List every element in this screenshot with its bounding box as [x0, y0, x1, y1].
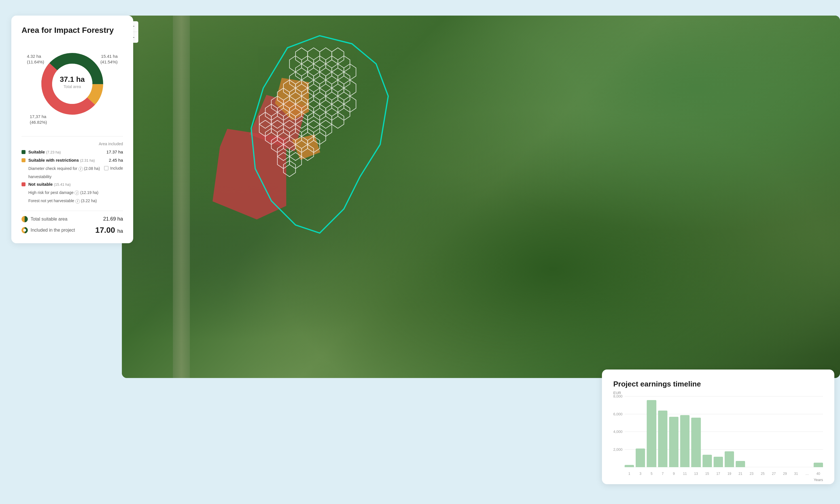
- svg-marker-29: [338, 72, 350, 88]
- x-label-21: 21: [736, 472, 745, 476]
- svg-marker-19: [338, 56, 350, 72]
- pest-damage-item: High risk for pest damage i (12.19 ha): [28, 190, 123, 196]
- svg-marker-39: [314, 88, 326, 104]
- bar-1: [624, 465, 634, 467]
- x-label-40: 40: [813, 472, 823, 476]
- map-container[interactable]: + −: [122, 16, 840, 378]
- bar-17: [714, 457, 723, 467]
- grid-label-6000: 6,000: [613, 412, 623, 416]
- svg-marker-17: [314, 56, 326, 72]
- svg-marker-60: [308, 112, 320, 128]
- svg-marker-28: [326, 72, 338, 88]
- svg-marker-21: [308, 64, 320, 80]
- svg-marker-22: [320, 64, 332, 80]
- x-label-11: 11: [680, 472, 689, 476]
- diameter-check-text: Diameter check required for i (2.08 ha): [28, 166, 101, 172]
- svg-marker-53: [314, 104, 326, 120]
- svg-marker-61: [320, 112, 332, 128]
- bar-15: [703, 455, 712, 467]
- svg-marker-16: [302, 56, 314, 72]
- total-suitable-left: Total suitable area: [21, 216, 67, 222]
- svg-point-4: [52, 64, 92, 104]
- x-label-15: 15: [703, 472, 712, 476]
- x-label-25: 25: [758, 472, 768, 476]
- chart-area: EUR 8,000 6,000 4,000 2,000 Years 135791…: [613, 396, 823, 476]
- total-suitable-row: Total suitable area 21.69 ha: [21, 216, 123, 222]
- svg-marker-32: [308, 80, 320, 96]
- svg-marker-55: [338, 104, 350, 120]
- svg-marker-18: [326, 56, 338, 72]
- included-value: 17.00 ha: [95, 226, 123, 235]
- svg-marker-45: [308, 96, 320, 112]
- restrictions-value: 2.45 ha: [109, 158, 123, 163]
- earnings-title: Project earnings timeline: [613, 380, 823, 389]
- x-label-7: 7: [658, 472, 667, 476]
- x-label-9: 9: [669, 472, 679, 476]
- not-suitable-text: Not suitable (15.41 ha): [28, 182, 120, 186]
- panel-footer: Total suitable area 21.69 ha Included in…: [21, 211, 123, 235]
- checkbox-box[interactable]: [104, 166, 108, 170]
- included-icon: [21, 227, 28, 233]
- diameter-check-item: Diameter check required for i (2.08 ha) …: [28, 166, 123, 172]
- pest-damage-text: High risk for pest damage i (12.19 ha): [28, 190, 123, 196]
- bar-3: [636, 449, 645, 467]
- grid-label-8000: 8,000: [613, 394, 623, 398]
- harvestable-info-icon[interactable]: i: [75, 199, 80, 203]
- svg-marker-46: [320, 96, 332, 112]
- pest-info-icon[interactable]: i: [74, 191, 79, 195]
- harvestability-label: harvestability: [28, 175, 123, 179]
- svg-marker-24: [344, 64, 356, 80]
- include-checkbox[interactable]: Include: [104, 166, 123, 170]
- svg-marker-67: [308, 120, 320, 137]
- restrictions-dot: [21, 158, 25, 162]
- suitable-dot: [21, 150, 25, 154]
- bars-container: [624, 396, 823, 467]
- total-suitable-icon: [21, 216, 28, 222]
- grid-label-4000: 4,000: [613, 430, 623, 434]
- legend-item-restrictions: Suitable with restrictions (2.31 ha) 2.4…: [21, 158, 123, 163]
- include-label: Include: [110, 166, 123, 170]
- x-label-1: 1: [624, 472, 634, 476]
- suitable-text: Suitable (7.23 ha): [28, 149, 104, 154]
- x-axis: Years 135791113151719212325272931…40: [624, 472, 823, 476]
- bar-19: [725, 451, 734, 467]
- map-background: [122, 16, 840, 378]
- svg-text:Total area: Total area: [64, 84, 81, 89]
- panel-title: Area for Impact Forestry: [21, 26, 123, 35]
- legend-header: Area included: [21, 142, 123, 146]
- diameter-info-icon[interactable]: i: [79, 167, 83, 171]
- svg-marker-62: [332, 112, 344, 128]
- not-harvestable-text: Forest not yet harvestable i (3.22 ha): [28, 198, 123, 204]
- total-suitable-value: 21.69 ha: [103, 216, 123, 222]
- included-row: Included in the project 17.00 ha: [21, 226, 123, 235]
- svg-marker-12: [308, 48, 320, 64]
- x-label-23: 23: [747, 472, 756, 476]
- donut-chart-container: 4.32 ha (11.64%) 15.41 ha(41.54%) 17,37 …: [21, 43, 123, 130]
- svg-marker-34: [332, 80, 344, 96]
- x-axis-years-label: Years: [813, 478, 823, 482]
- bar-7: [658, 411, 667, 467]
- x-label-29: 29: [780, 472, 790, 476]
- bar-13: [691, 418, 701, 467]
- bar-5: [647, 400, 656, 467]
- x-label-5: 5: [647, 472, 656, 476]
- x-label-27: 27: [769, 472, 778, 476]
- bar-40: [813, 463, 823, 467]
- svg-marker-27: [314, 72, 326, 88]
- svg-marker-11: [296, 48, 308, 64]
- svg-marker-14: [332, 48, 344, 64]
- x-label-…: …: [803, 472, 812, 476]
- bar-11: [680, 415, 689, 467]
- suitable-value: 17.37 ha: [106, 149, 123, 154]
- svg-text:37.1 ha: 37.1 ha: [60, 75, 85, 84]
- donut-svg: 37.1 ha Total area: [40, 51, 105, 116]
- svg-marker-35: [344, 80, 356, 96]
- svg-marker-54: [326, 104, 338, 120]
- legend-item-not-suitable: Not suitable (15.41 ha): [21, 182, 123, 186]
- x-label-3: 3: [636, 472, 645, 476]
- included-left: Included in the project: [21, 227, 75, 233]
- svg-marker-40: [326, 88, 338, 104]
- svg-marker-20: [296, 64, 308, 80]
- restrictions-text: Suitable with restrictions (2.31 ha): [28, 158, 106, 163]
- x-label-17: 17: [714, 472, 723, 476]
